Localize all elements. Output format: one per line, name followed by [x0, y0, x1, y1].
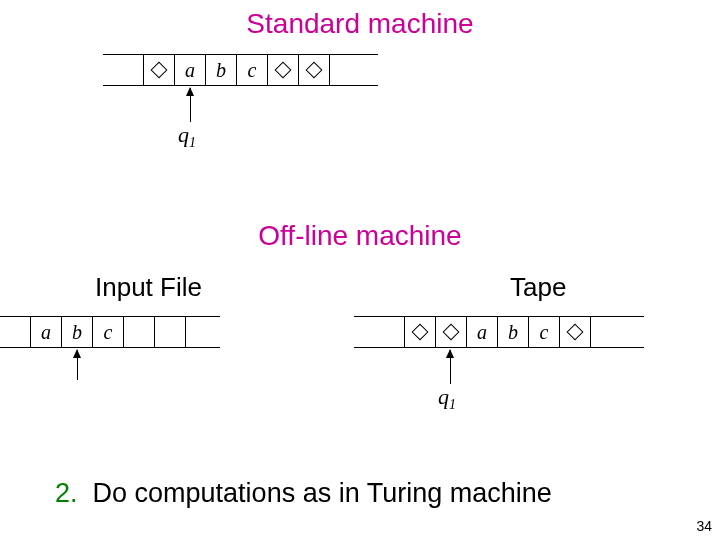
tape-cell: b [205, 54, 237, 86]
tape-cell: b [61, 316, 93, 348]
state-q: q [178, 122, 189, 147]
tape-cell: a [466, 316, 498, 348]
state-q: q [438, 384, 449, 409]
offline-tape: a b c [404, 316, 591, 348]
tape-cell: c [528, 316, 560, 348]
tape-cell [559, 316, 591, 348]
blank-icon [306, 62, 323, 79]
tape-cell [143, 54, 175, 86]
page-number: 34 [696, 518, 712, 534]
blank-icon [443, 324, 460, 341]
tape-cell: c [236, 54, 268, 86]
tape-cell: a [174, 54, 206, 86]
blank-icon [275, 62, 292, 79]
offline-machine-title: Off-line machine [0, 220, 720, 252]
tape-cell: a [30, 316, 62, 348]
blank-icon [151, 62, 168, 79]
standard-machine-title: Standard machine [0, 8, 720, 40]
step-instruction: 2. Do computations as in Turing machine [55, 478, 552, 509]
state-label: q1 [438, 384, 456, 413]
head-arrow-icon [190, 88, 191, 122]
blank-icon [412, 324, 429, 341]
state-label: q1 [178, 122, 196, 151]
step-text: Do computations as in Turing machine [93, 478, 552, 508]
tape-cell [154, 316, 186, 348]
tape-cell [404, 316, 436, 348]
state-sub: 1 [189, 135, 196, 150]
tape-cell [435, 316, 467, 348]
step-number: 2. [55, 478, 78, 508]
input-file-tape: a b c [30, 316, 186, 348]
standard-tape: a b c [143, 54, 330, 86]
blank-icon [567, 324, 584, 341]
state-sub: 1 [449, 397, 456, 412]
input-file-label: Input File [95, 272, 202, 303]
tape-label: Tape [510, 272, 566, 303]
tape-cell [298, 54, 330, 86]
tape-cell [267, 54, 299, 86]
tape-cell: c [92, 316, 124, 348]
tape-cell: b [497, 316, 529, 348]
head-arrow-icon [450, 350, 451, 384]
head-arrow-icon [77, 350, 78, 380]
tape-cell [123, 316, 155, 348]
